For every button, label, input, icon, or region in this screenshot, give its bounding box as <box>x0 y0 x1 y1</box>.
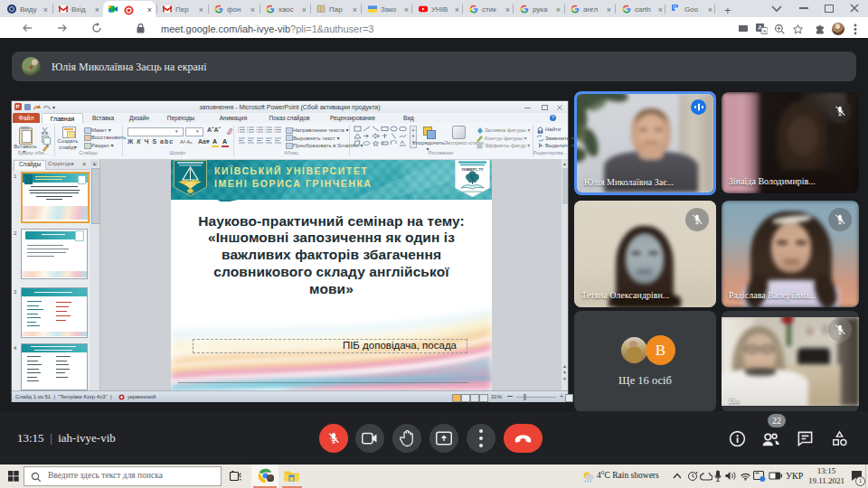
svg-text:УНІВЕРС-ТУ: УНІВЕРС-ТУ <box>462 166 484 171</box>
svg-text:G: G <box>674 5 677 10</box>
svg-text:1874: 1874 <box>187 192 194 195</box>
